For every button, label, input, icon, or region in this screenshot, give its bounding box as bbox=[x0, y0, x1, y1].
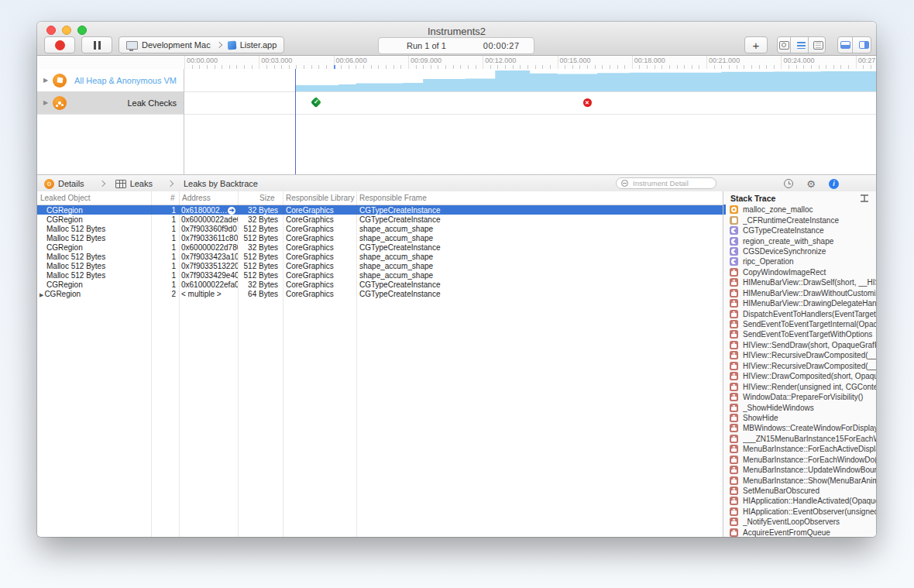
stack-frame[interactable]: SetMenuBarObscured bbox=[723, 486, 876, 496]
frame-cell: shape_accum_shape bbox=[356, 253, 723, 261]
stack-frame[interactable]: MenuBarInstance::ForEachActiveDisplay… bbox=[723, 444, 876, 454]
list-view-button[interactable] bbox=[795, 37, 808, 53]
table-row[interactable]: ▶CGRegion2< multiple >64 BytesCoreGraphi… bbox=[37, 289, 723, 298]
stack-frame[interactable]: ShowHide bbox=[723, 413, 876, 423]
stack-frame[interactable]: HIView::RecursiveDrawComposited(__HI… bbox=[723, 350, 876, 360]
column-header[interactable]: Address bbox=[182, 194, 211, 202]
focus-arrow-icon[interactable]: ➔ bbox=[228, 207, 235, 215]
gear-icon[interactable]: ⚙ bbox=[806, 179, 816, 189]
stack-frame[interactable]: CGTypeCreateInstance bbox=[723, 225, 876, 236]
instruments-window: Instruments2 Development Mac Lister.app … bbox=[37, 22, 876, 537]
toggle-inspector-pane-button[interactable] bbox=[857, 37, 871, 53]
ruler-major-tick bbox=[781, 56, 782, 69]
icon-view-button[interactable] bbox=[778, 37, 791, 53]
instrument-detail-search[interactable] bbox=[616, 177, 716, 189]
table-row[interactable]: CGRegion10x60000022d78032 BytesCoreGraph… bbox=[37, 242, 723, 252]
stack-frame[interactable]: HIView::DrawComposited(short, Opaque… bbox=[723, 371, 876, 381]
stack-frame[interactable]: DispatchEventToHandlers(EventTargetRe… bbox=[723, 308, 876, 318]
disclosure-triangle-icon[interactable]: ▶ bbox=[43, 99, 51, 106]
target-selector[interactable]: Development Mac Lister.app bbox=[119, 36, 284, 53]
table-row[interactable]: Malloc 512 Bytes10x7f903360f9d0512 Bytes… bbox=[37, 224, 723, 233]
stack-frame[interactable]: SendEventToEventTargetWithOptions bbox=[723, 329, 876, 339]
hitoolbox-icon bbox=[730, 320, 738, 328]
stack-frame-label: MenuBarInstance::ForEachWindowDo(un… bbox=[743, 456, 876, 464]
window-title: Instruments2 bbox=[37, 26, 876, 37]
stack-frame[interactable]: CopyWindowImageRect bbox=[723, 267, 876, 277]
frame-cell: shape_accum_shape bbox=[356, 271, 723, 280]
stack-frame[interactable]: _NotifyEventLoopObservers bbox=[723, 517, 876, 527]
stack-frame[interactable]: MenuBarInstance::Show(MenuBarAnimat… bbox=[723, 475, 876, 485]
table-row[interactable]: CGRegion10x61000022efa032 BytesCoreGraph… bbox=[37, 280, 723, 289]
leak-check-ok-marker[interactable]: ✓ bbox=[311, 97, 321, 108]
stack-frame-label: ___ZN15MenuBarInstance15ForEachWin… bbox=[743, 435, 876, 443]
extended-detail-icon[interactable]: i bbox=[829, 179, 839, 189]
column-header[interactable]: Responsible Frame bbox=[359, 194, 427, 202]
stack-frame[interactable]: HIView::RecursiveDrawComposited(__HI… bbox=[723, 361, 876, 371]
computer-icon bbox=[126, 41, 138, 50]
stack-frame[interactable]: CGSDeviceSynchronize bbox=[723, 246, 876, 256]
breadcrumb-leaks-by-backtrace[interactable]: Leaks by Backtrace bbox=[184, 179, 258, 188]
frame-cell: CGTypeCreateInstance bbox=[356, 243, 723, 252]
add-instrument-button[interactable]: + bbox=[744, 36, 768, 53]
stack-frame[interactable]: HIMenuBarView::DrawWithoutCustomiza… bbox=[723, 288, 876, 298]
column-header[interactable]: Responsible Library bbox=[286, 194, 354, 202]
table-row[interactable]: Malloc 512 Bytes10x7f9033429e40512 Bytes… bbox=[37, 270, 723, 280]
stack-frame-label: _ShowHideWindows bbox=[743, 404, 876, 412]
stack-frame[interactable]: HIMenuBarView::DrawSelf(short, __HISha… bbox=[723, 277, 876, 287]
column-header[interactable]: # bbox=[170, 194, 175, 202]
ruler-label: 00:12.000 bbox=[485, 57, 516, 64]
breadcrumb-details[interactable]: Details bbox=[44, 179, 84, 189]
size-cell: 512 Bytes bbox=[238, 262, 283, 270]
table-row[interactable]: CGRegion10x60000022ade032 BytesCoreGraph… bbox=[37, 215, 723, 224]
pause-button[interactable] bbox=[81, 36, 112, 53]
leaked-object-cell: CGRegion bbox=[37, 243, 151, 252]
stack-frame[interactable]: AcquireEventFromQueue bbox=[723, 528, 876, 537]
stack-frame[interactable]: region_create_with_shape bbox=[723, 236, 876, 246]
stack-frame[interactable]: HIApplication::HandleActivated(OpaqueE… bbox=[723, 496, 876, 506]
frame-cell: shape_accum_shape bbox=[356, 225, 723, 233]
stack-frame[interactable]: ___ZN15MenuBarInstance15ForEachWin… bbox=[723, 434, 876, 444]
track-row-leak-checks[interactable]: ▶ Leak Checks bbox=[37, 91, 184, 114]
timeline-ruler[interactable]: 00:00.00000:03.00000:06.00000:09.00000:1… bbox=[37, 56, 876, 70]
breadcrumb-leaks[interactable]: Leaks bbox=[115, 179, 153, 188]
column-header[interactable]: Size bbox=[259, 194, 274, 202]
stack-frame[interactable]: MBWindows::CreateWindowForDisplay(u… bbox=[723, 423, 876, 433]
stack-frame[interactable]: HIApplication::EventObserver(unsigned i… bbox=[723, 507, 876, 517]
library-cell: CoreGraphics bbox=[283, 280, 356, 289]
stack-frame[interactable]: _ShowHideWindows bbox=[723, 402, 876, 412]
run-time-display[interactable]: Run 1 of 1 00:00:27 bbox=[378, 37, 534, 54]
stack-frame[interactable]: HIMenuBarView::DrawingDelegateHandl… bbox=[723, 298, 876, 308]
table-row[interactable]: Malloc 512 Bytes10x7f9033513220512 Bytes… bbox=[37, 261, 723, 270]
stack-frame[interactable]: MenuBarInstance::UpdateWindowBound… bbox=[723, 465, 876, 475]
leak-check-leak-marker[interactable]: ✕ bbox=[583, 98, 592, 107]
table-row[interactable]: Malloc 512 Bytes10x7f9033611c80512 Bytes… bbox=[37, 233, 723, 242]
table-row[interactable]: Malloc 512 Bytes10x7f9033423a10512 Bytes… bbox=[37, 252, 723, 261]
compress-stack-icon[interactable] bbox=[860, 194, 869, 202]
strings-view-icon bbox=[813, 41, 823, 50]
stack-frame[interactable]: MenuBarInstance::ForEachWindowDo(un… bbox=[723, 455, 876, 465]
strings-view-button[interactable] bbox=[813, 37, 825, 53]
record-button[interactable] bbox=[44, 36, 75, 53]
search-input[interactable] bbox=[631, 178, 711, 188]
table-row[interactable]: CGRegion10x6180002…➔32 BytesCoreGraphics… bbox=[37, 205, 723, 215]
stack-frame-label: SendEventToEventTargetWithOptions bbox=[743, 330, 876, 339]
hitoolbox-icon bbox=[730, 278, 738, 287]
playhead-line[interactable] bbox=[295, 69, 296, 174]
stack-frame[interactable]: ripc_Operation bbox=[723, 256, 876, 266]
filter-icon[interactable] bbox=[621, 180, 628, 187]
stack-frame[interactable]: WindowData::PrepareForVisibility() bbox=[723, 392, 876, 402]
disclosure-triangle-icon[interactable]: ▶ bbox=[43, 77, 51, 84]
stack-frame[interactable]: HIView::Render(unsigned int, CGContext*) bbox=[723, 381, 876, 391]
chevron-right-icon bbox=[215, 42, 222, 48]
stack-frame[interactable]: _CFRuntimeCreateInstance bbox=[723, 215, 876, 225]
count-cell: 1 bbox=[151, 271, 179, 280]
toggle-detail-pane-button[interactable] bbox=[838, 37, 853, 53]
stack-frame[interactable]: SendEventToEventTargetInternal(Opaque… bbox=[723, 319, 876, 329]
record-settings-icon[interactable] bbox=[784, 179, 793, 188]
track-row-heap[interactable]: ▶ All Heap & Anonymous VM bbox=[37, 69, 184, 91]
chevron-right-icon bbox=[98, 181, 105, 187]
disclosure-triangle-icon[interactable]: ▶ bbox=[40, 292, 43, 297]
stack-frame[interactable]: malloc_zone_malloc bbox=[723, 205, 876, 215]
column-header[interactable]: Leaked Object bbox=[40, 194, 91, 202]
stack-frame[interactable]: HIView::SendDraw(short, OpaqueGrafPtr… bbox=[723, 340, 876, 350]
